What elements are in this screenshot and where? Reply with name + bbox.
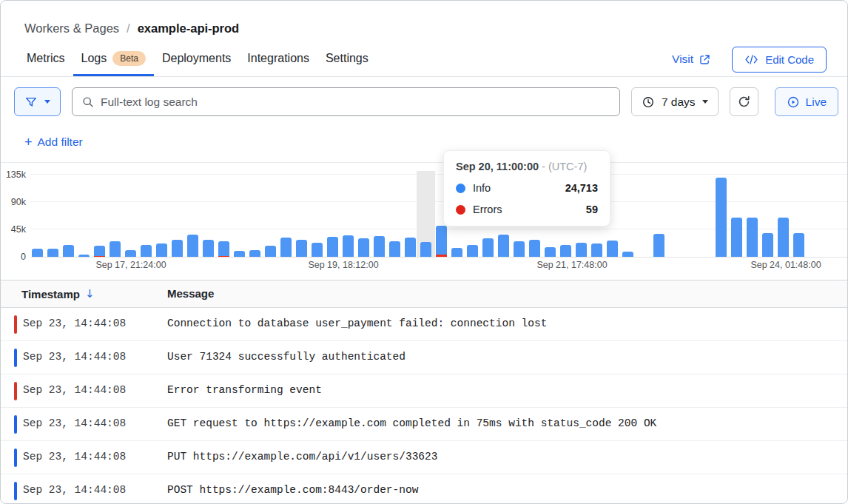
tab-metrics[interactable]: Metrics bbox=[18, 42, 73, 76]
tooltip-row-info: Info 24,713 bbox=[456, 182, 598, 194]
chart-bar[interactable] bbox=[653, 234, 664, 257]
chart-bar[interactable] bbox=[467, 245, 478, 257]
chart-bar[interactable] bbox=[343, 235, 354, 257]
log-message: PUT https://example.com/api/v1/users/336… bbox=[167, 451, 437, 463]
info-dot bbox=[456, 184, 465, 193]
chart-bar[interactable] bbox=[280, 238, 292, 257]
chart-bar[interactable] bbox=[762, 233, 773, 257]
chart-bar[interactable] bbox=[78, 255, 90, 257]
tab-bar: Metrics Logs Beta Deployments Integratio… bbox=[1, 42, 847, 77]
log-timestamp: Sep 23, 14:44:08 bbox=[23, 451, 126, 463]
chart-bar[interactable] bbox=[94, 246, 105, 257]
search-input[interactable] bbox=[101, 95, 610, 109]
chart-bar[interactable] bbox=[47, 249, 58, 258]
log-message: Connection to database user_payment fail… bbox=[167, 317, 547, 329]
clock-icon bbox=[642, 95, 655, 109]
log-message: Error transforming event bbox=[167, 384, 322, 396]
y-axis-tick-label: 90k bbox=[1, 197, 26, 207]
plus-icon: + bbox=[24, 135, 33, 149]
chart-bar[interactable] bbox=[482, 238, 494, 257]
chart-bar[interactable] bbox=[405, 238, 416, 257]
y-axis-tick-label: 135k bbox=[1, 169, 26, 180]
chart-bar[interactable] bbox=[172, 240, 183, 257]
chart-bar[interactable] bbox=[249, 250, 260, 257]
log-row[interactable]: Sep 23, 14:44:08 Error transforming even… bbox=[1, 374, 847, 408]
beta-badge: Beta bbox=[112, 51, 146, 66]
chart-bar[interactable] bbox=[63, 245, 74, 257]
time-range-value: 7 days bbox=[662, 95, 696, 109]
chart-bar[interactable] bbox=[529, 240, 540, 257]
chart-bar[interactable] bbox=[731, 218, 742, 257]
chart-bar[interactable] bbox=[218, 241, 229, 257]
tab-integrations[interactable]: Integrations bbox=[239, 42, 317, 76]
filter-menu-button[interactable] bbox=[14, 87, 61, 116]
chart-bar[interactable] bbox=[622, 252, 633, 257]
chart-bar[interactable] bbox=[420, 242, 431, 257]
log-volume-chart: 045k90k135kSep 17, 21:24:00Sep 19, 18:12… bbox=[1, 163, 847, 280]
chart-bar[interactable] bbox=[716, 178, 727, 257]
chart-bar[interactable] bbox=[560, 245, 571, 257]
tab-logs[interactable]: Logs Beta bbox=[73, 42, 154, 76]
play-circle-icon bbox=[787, 95, 800, 109]
chart-bar[interactable] bbox=[514, 241, 525, 257]
breadcrumb-separator: / bbox=[127, 21, 130, 36]
column-header-timestamp[interactable]: Timestamp ↓ bbox=[21, 287, 95, 300]
log-row[interactable]: Sep 23, 14:44:08 PUT https://example.com… bbox=[1, 441, 847, 474]
chart-bar[interactable] bbox=[296, 240, 307, 257]
chart-bar[interactable] bbox=[265, 246, 276, 257]
log-table-header: Timestamp ↓ Message bbox=[1, 280, 847, 308]
chart-bar[interactable] bbox=[203, 240, 214, 257]
chart-bar[interactable] bbox=[327, 237, 338, 257]
chart-bar[interactable] bbox=[498, 235, 509, 257]
tab-deployments[interactable]: Deployments bbox=[154, 42, 239, 76]
refresh-button[interactable] bbox=[730, 87, 758, 116]
code-icon bbox=[744, 54, 758, 65]
chart-bar[interactable] bbox=[793, 233, 804, 257]
chart-bar[interactable] bbox=[156, 243, 167, 257]
errors-dot bbox=[456, 205, 465, 215]
column-header-message: Message bbox=[167, 287, 214, 300]
chart-bar[interactable] bbox=[187, 235, 198, 257]
chart-bar[interactable] bbox=[451, 248, 462, 257]
chart-bar[interactable] bbox=[591, 243, 602, 257]
chart-bar[interactable] bbox=[374, 236, 385, 257]
log-timestamp: Sep 23, 14:44:08 bbox=[23, 484, 126, 496]
chart-bar[interactable] bbox=[32, 249, 43, 258]
breadcrumb-section[interactable]: Workers & Pages bbox=[24, 21, 119, 36]
chart-bar-error-segment bbox=[218, 256, 229, 257]
x-axis-tick-label: Sep 24, 01:48:00 bbox=[750, 260, 821, 270]
time-range-dropdown[interactable]: 7 days bbox=[631, 87, 719, 116]
log-row[interactable]: Sep 23, 14:44:08 POST https://example.co… bbox=[1, 474, 847, 504]
funnel-icon bbox=[24, 95, 38, 109]
visit-link[interactable]: Visit bbox=[672, 53, 711, 66]
chart-bar[interactable] bbox=[312, 243, 323, 257]
chart-bar[interactable] bbox=[747, 218, 758, 257]
add-filter-button[interactable]: + Add filter bbox=[24, 135, 83, 149]
chart-bar[interactable] bbox=[234, 251, 245, 257]
chevron-down-icon bbox=[702, 100, 708, 104]
chart-bar[interactable] bbox=[778, 218, 789, 257]
tab-settings[interactable]: Settings bbox=[317, 42, 377, 76]
chart-bar[interactable] bbox=[607, 241, 618, 257]
chart-tooltip: Sep 20, 11:00:00 - (UTC-7) Info 24,713 E… bbox=[443, 150, 610, 226]
add-filter-row: + Add filter bbox=[1, 126, 847, 163]
severity-indicator-info bbox=[14, 349, 17, 367]
log-row[interactable]: Sep 23, 14:44:08 User 71324 successfully… bbox=[1, 341, 847, 374]
refresh-icon bbox=[737, 95, 751, 109]
chart-bar[interactable] bbox=[545, 247, 556, 257]
log-search-box[interactable] bbox=[72, 87, 620, 116]
log-row[interactable]: Sep 23, 14:44:08 Connection to database … bbox=[1, 308, 847, 341]
severity-indicator-info bbox=[14, 448, 17, 467]
chart-bar[interactable] bbox=[110, 241, 121, 257]
chart-bar[interactable] bbox=[389, 241, 400, 257]
edit-code-button[interactable]: Edit Code bbox=[732, 47, 827, 73]
chart-bar[interactable] bbox=[125, 250, 136, 257]
chart-plot-area[interactable] bbox=[30, 175, 847, 258]
chart-bar[interactable] bbox=[358, 238, 369, 257]
log-row[interactable]: Sep 23, 14:44:08 GET request to https://… bbox=[1, 408, 847, 441]
chart-bar[interactable] bbox=[436, 226, 447, 257]
log-message: User 71324 successfully authenticated bbox=[167, 351, 406, 363]
live-button[interactable]: Live bbox=[775, 87, 838, 116]
chart-bar[interactable] bbox=[141, 245, 152, 257]
chart-bar[interactable] bbox=[576, 243, 587, 257]
